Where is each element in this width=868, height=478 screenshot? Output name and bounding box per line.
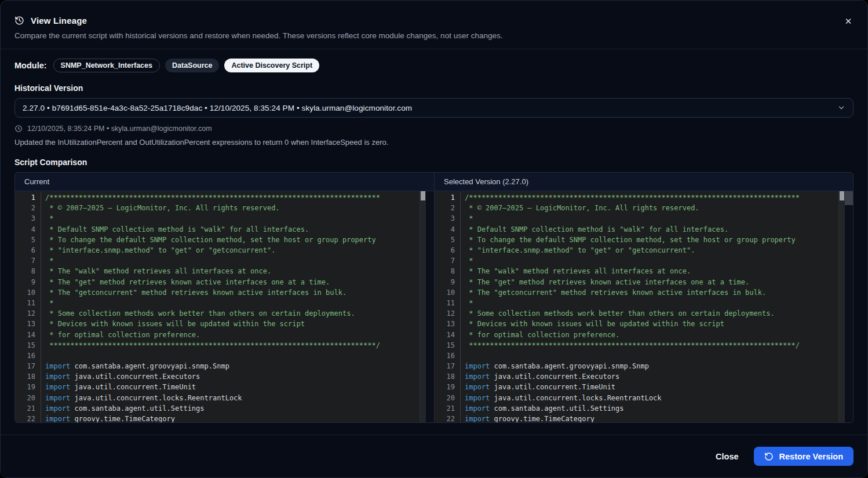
code-text: import com.santaba.agent.util.Settings bbox=[41, 403, 205, 414]
code-text: * The "getconcurrent" method retrieves k… bbox=[41, 287, 347, 298]
pane-gap bbox=[845, 191, 853, 422]
line-number: 4 bbox=[435, 225, 460, 233]
line-number: 5 bbox=[435, 236, 460, 244]
modal-subtitle: Compare the current script with historic… bbox=[14, 31, 854, 40]
module-badges: SNMP_Network_InterfacesDataSourceActive … bbox=[53, 59, 320, 72]
outer-scrollbar-thumb[interactable] bbox=[845, 191, 853, 205]
code-text: * The "walk" method retrieves all interf… bbox=[41, 266, 271, 276]
pane-gap bbox=[426, 191, 434, 422]
code-text: /***************************************… bbox=[41, 192, 380, 203]
modal-title: View Lineage bbox=[31, 16, 87, 25]
code-line: 16 bbox=[435, 351, 853, 361]
code-line: 18import java.util.concurrent.Executors bbox=[15, 371, 434, 382]
code-line: 16 bbox=[15, 351, 434, 361]
line-number: 5 bbox=[15, 236, 41, 244]
code-line: 4 * Default SNMP collection method is "w… bbox=[15, 224, 434, 235]
code-text: * bbox=[460, 256, 473, 266]
version-timestamp-row: 12/10/2025, 8:35:24 PM • skyla.urman@log… bbox=[14, 125, 854, 133]
code-line: 15 *************************************… bbox=[435, 340, 853, 351]
code-line: 19import java.util.concurrent.TimeUnit bbox=[15, 382, 434, 392]
line-number: 1 bbox=[435, 194, 460, 202]
line-number: 19 bbox=[15, 383, 41, 391]
code-line: 6 * "interface.snmp.method" to "get" or … bbox=[15, 245, 434, 256]
current-code-editor[interactable]: 1/**************************************… bbox=[15, 191, 434, 422]
line-number: 8 bbox=[435, 267, 460, 275]
line-number: 6 bbox=[15, 246, 41, 254]
code-line: 22import groovy.time.TimeCategory bbox=[435, 414, 853, 422]
restore-version-button[interactable]: Restore Version bbox=[754, 447, 854, 466]
code-text: import java.util.concurrent.locks.Reentr… bbox=[460, 393, 662, 403]
line-number: 9 bbox=[15, 278, 41, 286]
line-number: 7 bbox=[15, 257, 41, 265]
code-text: * Default SNMP collection method is "wal… bbox=[460, 224, 728, 235]
line-number: 12 bbox=[435, 309, 460, 318]
line-number: 13 bbox=[15, 320, 41, 328]
code-text: * To change the default SNMP collection … bbox=[41, 235, 376, 245]
code-text: import com.santaba.agent.groovyapi.snmp.… bbox=[41, 361, 229, 371]
line-number: 14 bbox=[435, 331, 460, 339]
line-number: 6 bbox=[435, 246, 460, 254]
code-line: 17import com.santaba.agent.groovyapi.snm… bbox=[15, 361, 434, 371]
code-text: * Devices with known issues will be upda… bbox=[41, 319, 305, 329]
line-number: 14 bbox=[15, 331, 41, 339]
code-line: 14 * for optimal collection preference. bbox=[15, 329, 434, 340]
line-number: 3 bbox=[15, 214, 41, 222]
code-text: * bbox=[460, 213, 473, 224]
line-number: 13 bbox=[435, 320, 460, 328]
line-number: 16 bbox=[435, 352, 460, 360]
selected-code-editor[interactable]: 1/**************************************… bbox=[435, 191, 853, 422]
code-line: 11 * bbox=[435, 298, 853, 308]
code-line: 9 * The "get" method retrieves known act… bbox=[435, 277, 853, 287]
line-number: 15 bbox=[435, 341, 460, 349]
version-timestamp: 12/10/2025, 8:35:24 PM • skyla.urman@log… bbox=[27, 125, 212, 133]
selected-version-pane: Selected Version (2.27.0) 1/************… bbox=[434, 173, 853, 422]
line-number: 10 bbox=[15, 289, 41, 297]
script-comparison-label: Script Comparison bbox=[14, 158, 854, 167]
code-line: 13 * Devices with known issues will be u… bbox=[15, 319, 434, 329]
script-comparison-panel: Current 1/******************************… bbox=[14, 172, 854, 423]
code-line: 3 * bbox=[435, 213, 853, 224]
code-text: * © 2007–2025 – LogicMonitor, Inc. All r… bbox=[41, 203, 280, 213]
line-number: 16 bbox=[15, 352, 41, 360]
code-line: 6 * "interface.snmp.method" to "get" or … bbox=[435, 245, 853, 256]
code-line: 2 * © 2007–2025 – LogicMonitor, Inc. All… bbox=[435, 203, 853, 213]
selected-pane-header: Selected Version (2.27.0) bbox=[435, 173, 853, 191]
vertical-scrollbar[interactable] bbox=[420, 191, 426, 422]
close-icon[interactable]: ✕ bbox=[842, 14, 855, 27]
close-button[interactable]: Close bbox=[716, 452, 739, 461]
module-row: Module: SNMP_Network_InterfacesDataSourc… bbox=[14, 59, 854, 72]
code-text: * bbox=[41, 256, 53, 266]
code-line: 12 * Some collection methods work better… bbox=[435, 308, 853, 319]
history-icon bbox=[14, 16, 24, 25]
line-number: 15 bbox=[15, 341, 41, 349]
line-number: 22 bbox=[15, 415, 41, 422]
current-pane-header: Current bbox=[15, 173, 434, 191]
line-number: 7 bbox=[435, 257, 460, 265]
scrollbar-thumb[interactable] bbox=[840, 191, 844, 200]
code-line: 17import com.santaba.agent.groovyapi.snm… bbox=[435, 361, 853, 371]
code-text: import com.santaba.agent.groovyapi.snmp.… bbox=[460, 361, 649, 371]
module-badge: DataSource bbox=[165, 59, 219, 72]
scrollbar-thumb[interactable] bbox=[421, 191, 425, 200]
code-line: 5 * To change the default SNMP collectio… bbox=[435, 235, 853, 245]
code-text: * Devices with known issues will be upda… bbox=[460, 319, 724, 329]
module-label: Module: bbox=[14, 61, 47, 70]
code-text: import com.santaba.agent.util.Settings bbox=[460, 403, 624, 414]
vertical-scrollbar[interactable] bbox=[838, 191, 845, 422]
code-text: * bbox=[41, 298, 53, 308]
code-text: * The "get" method retrieves known activ… bbox=[41, 277, 330, 287]
historical-version-select[interactable]: 2.27.0 • b7691d65-851e-4a3c-8a52-25a1718… bbox=[14, 98, 854, 118]
code-text: * bbox=[460, 298, 473, 308]
code-text: /***************************************… bbox=[460, 192, 800, 203]
line-number: 1 bbox=[15, 194, 41, 202]
view-lineage-modal: View Lineage Compare the current script … bbox=[0, 0, 868, 478]
chevron-down-icon bbox=[837, 104, 845, 112]
code-line: 10 * The "getconcurrent" method retrieve… bbox=[435, 287, 853, 298]
line-number: 22 bbox=[435, 415, 460, 422]
code-text: * © 2007–2025 – LogicMonitor, Inc. All r… bbox=[460, 203, 699, 213]
line-number: 18 bbox=[15, 373, 41, 381]
code-line: 10 * The "getconcurrent" method retrieve… bbox=[15, 287, 434, 298]
line-number: 3 bbox=[435, 214, 460, 222]
line-number: 20 bbox=[15, 394, 41, 402]
line-number: 10 bbox=[435, 289, 460, 297]
